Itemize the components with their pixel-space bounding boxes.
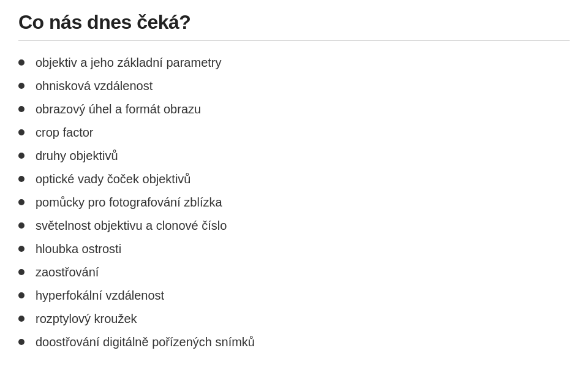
bullet-dot-icon (18, 83, 24, 89)
list-item: hyperfokální vzdálenost (18, 287, 570, 304)
page-container: Co nás dnes čeká? objektiv a jeho základ… (0, 0, 588, 383)
page-title: Co nás dnes čeká? (18, 11, 570, 34)
list-item-text: hloubka ostrosti (36, 240, 121, 257)
list-item: pomůcky pro fotografování zblízka (18, 194, 570, 211)
list-item-text: světelnost objektivu a clonové číslo (36, 217, 227, 234)
list-item-text: zaostřování (36, 264, 99, 281)
title-divider (18, 40, 570, 40)
list-item: zaostřování (18, 264, 570, 281)
list-item-text: doostřování digitálně pořízených snímků (36, 333, 255, 351)
bullet-dot-icon (18, 153, 24, 159)
list-item: hloubka ostrosti (18, 240, 570, 257)
list-item-text: rozptylový kroužek (36, 310, 137, 327)
list-item: optické vady čoček objektivů (18, 170, 570, 188)
list-item: obrazový úhel a formát obrazu (18, 100, 570, 118)
bullet-dot-icon (18, 246, 24, 252)
list-item-text: optické vady čoček objektivů (36, 170, 190, 188)
list-item-text: hyperfokální vzdálenost (36, 287, 164, 304)
bullet-dot-icon (18, 269, 24, 275)
bullet-dot-icon (18, 222, 24, 229)
bullet-dot-icon (18, 339, 24, 345)
list-item-text: crop factor (36, 124, 93, 141)
list-item: ohnisková vzdálenost (18, 77, 570, 94)
bullet-dot-icon (18, 176, 24, 182)
topic-list: objektiv a jeho základní parametryohnisk… (18, 54, 570, 351)
list-item: objektiv a jeho základní parametry (18, 54, 570, 71)
list-item-text: obrazový úhel a formát obrazu (36, 100, 201, 118)
list-item: druhy objektivů (18, 147, 570, 164)
bullet-dot-icon (18, 106, 24, 112)
list-item: crop factor (18, 124, 570, 141)
list-item-text: pomůcky pro fotografování zblízka (36, 194, 222, 211)
bullet-dot-icon (18, 292, 24, 298)
bullet-dot-icon (18, 129, 24, 135)
list-item: doostřování digitálně pořízených snímků (18, 333, 570, 351)
bullet-dot-icon (18, 199, 24, 205)
list-item-text: druhy objektivů (36, 147, 118, 164)
list-item-text: ohnisková vzdálenost (36, 77, 153, 94)
list-item: světelnost objektivu a clonové číslo (18, 217, 570, 234)
list-item-text: objektiv a jeho základní parametry (36, 54, 222, 71)
bullet-dot-icon (18, 316, 24, 322)
list-item: rozptylový kroužek (18, 310, 570, 327)
bullet-dot-icon (18, 59, 24, 66)
